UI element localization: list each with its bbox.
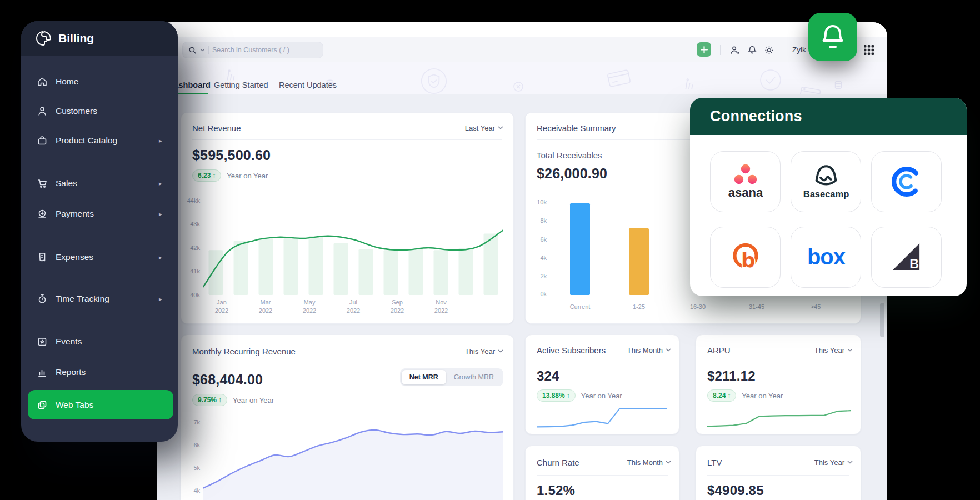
scrollbar-thumb[interactable] [880, 303, 884, 337]
basecamp-logo-icon [812, 164, 841, 188]
notifications-button[interactable] [745, 43, 759, 57]
churn-rate-period-dropdown[interactable]: This Month [627, 458, 671, 467]
doodle-window-icon [798, 85, 823, 94]
svg-text:Basecamp: Basecamp [803, 189, 849, 199]
y-tick: 4k [528, 254, 547, 261]
basecamp-wordmark: Basecamp [798, 188, 854, 199]
sidebar-item-web-tabs[interactable]: Web Tabs [28, 390, 173, 419]
badge-value: 9.75% [198, 396, 217, 404]
sidebar-item-product-catalog[interactable]: Product Catalog ▸ [29, 131, 170, 151]
settings-button[interactable] [762, 43, 776, 57]
search-divider [208, 46, 209, 54]
app-logo-strip: Billing [21, 21, 178, 56]
arpu-period-dropdown[interactable]: This Year [814, 346, 853, 354]
window-top-strip [157, 22, 887, 37]
notification-fab-button[interactable] [808, 13, 857, 61]
bitly-logo-icon: b [728, 239, 763, 275]
chevron-down-icon [847, 461, 853, 464]
year-on-year-label: Year on Year [227, 172, 268, 180]
sidebar-item-reports[interactable]: Reports [29, 362, 170, 382]
active-subscribers-value: 324 [537, 368, 559, 384]
search-input-wrap[interactable] [182, 42, 323, 58]
y-tick: 7k [181, 419, 200, 426]
sidebar-item-label: Sales [56, 178, 77, 188]
connection-tile-box[interactable]: box [791, 227, 861, 288]
submenu-arrow-icon: ▸ [159, 296, 162, 303]
apps-grid-button[interactable] [863, 44, 874, 58]
search-scope-chevron-icon[interactable] [200, 48, 205, 52]
ltv-period-dropdown[interactable]: This Year [814, 458, 853, 467]
x-tick: Mar2022 [259, 298, 272, 315]
doodle-coins-icon [832, 79, 844, 91]
submenu-arrow-icon: ▸ [159, 180, 162, 187]
toolbar-divider [720, 45, 721, 55]
period-value: This Year [814, 458, 844, 467]
toggle-net-mrr[interactable]: Net MRR [402, 370, 446, 384]
active-subscribers-card: Active Subscribers This Month 324 13.88%… [525, 334, 679, 434]
active-subscribers-title: Active Subscribers [537, 346, 606, 355]
toggle-growth-mrr[interactable]: Growth MRR [446, 370, 502, 384]
submenu-arrow-icon: ▸ [159, 137, 162, 144]
y-tick: 42k [181, 244, 200, 251]
arpu-title: ARPU [707, 346, 731, 355]
x-tick: Current [570, 303, 591, 311]
asana-logo-icon [729, 163, 762, 186]
arpu-sparkline [707, 407, 851, 428]
net-revenue-title: Net Revenue [192, 123, 241, 133]
account-name[interactable]: Zylk [792, 46, 806, 54]
tabs-header: Dashboard Getting Started Recent Updates [157, 62, 887, 94]
users-icon [729, 45, 740, 56]
connection-tile-bigcommerce[interactable]: B [871, 227, 942, 288]
x-tick: 31-45 [749, 303, 764, 311]
sidebar-item-label: Customers [56, 106, 97, 116]
y-tick: 8k [528, 217, 547, 224]
sidebar-item-customers[interactable]: Customers [29, 101, 170, 121]
submenu-arrow-icon: ▸ [159, 254, 162, 261]
active-subscribers-period-dropdown[interactable]: This Month [627, 346, 671, 354]
sidebar-item-label: Expenses [56, 252, 93, 262]
sidebar-item-label: Time Tracking [56, 294, 109, 304]
x-tick: Sep2022 [391, 298, 404, 315]
connection-tile-bitly[interactable]: b [710, 227, 781, 288]
sidebar-item-sales[interactable]: Sales ▸ [29, 173, 170, 193]
connection-tile-asana[interactable]: asana [710, 151, 781, 212]
connection-tile-calendly[interactable] [871, 151, 942, 212]
marketing-canvas: Zylk Dashboard Getting Started Recent Up… [0, 0, 980, 500]
doodle-check-circle-icon [757, 67, 784, 93]
net-revenue-period-dropdown[interactable]: Last Year [465, 124, 503, 132]
bell-icon [747, 45, 757, 55]
sidebar-item-payments[interactable]: Payments ▸ [29, 204, 170, 224]
net-revenue-value: $595,500.60 [192, 147, 271, 163]
x-tick: Jan2022 [215, 298, 228, 315]
quick-create-button[interactable] [697, 42, 711, 57]
svg-text:B: B [909, 257, 919, 271]
sidebar-item-label: Payments [56, 209, 94, 219]
tab-recent-updates[interactable]: Recent Updates [279, 81, 337, 89]
home-icon [37, 76, 48, 87]
tab-getting-started[interactable]: Getting Started [214, 81, 268, 89]
mrr-card: Monthly Recurring Revenue This Year $68,… [181, 334, 514, 500]
churn-rate-title: Churn Rate [537, 458, 579, 467]
time-tracking-icon [37, 293, 48, 304]
asana-wordmark: asana [723, 186, 768, 200]
sidebar-item-home[interactable]: Home [29, 72, 170, 92]
y-tick: 5k [181, 464, 200, 471]
divider [192, 364, 502, 364]
search-input[interactable] [212, 46, 307, 54]
sidebar-item-events[interactable]: Events [29, 332, 170, 352]
sidebar-item-expenses[interactable]: Expenses ▸ [29, 247, 170, 267]
x-tick: Jul2022 [347, 298, 360, 315]
billing-logo-icon [36, 30, 52, 47]
referral-users-button[interactable] [727, 43, 742, 57]
mrr-period-dropdown[interactable]: This Year [465, 347, 503, 356]
up-arrow-icon: ↑ [218, 396, 222, 404]
arpu-value: $211.12 [707, 368, 756, 384]
up-arrow-icon: ↑ [567, 392, 570, 399]
connection-tile-basecamp[interactable]: Basecamp [791, 151, 861, 212]
sidebar-item-label: Reports [56, 367, 86, 377]
mrr-area-chart [203, 418, 503, 500]
chevron-down-icon [847, 348, 853, 352]
ltv-title: LTV [707, 458, 722, 467]
sidebar-item-time-tracking[interactable]: Time Tracking ▸ [29, 289, 170, 309]
svg-text:asana: asana [728, 186, 763, 199]
